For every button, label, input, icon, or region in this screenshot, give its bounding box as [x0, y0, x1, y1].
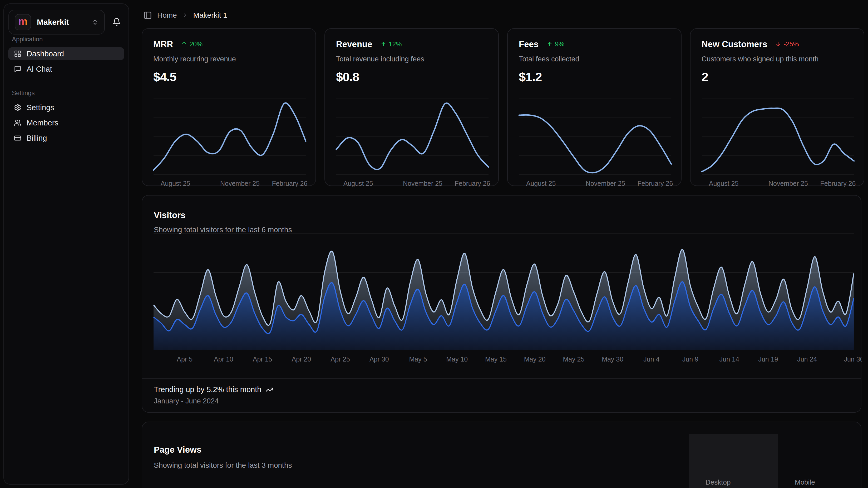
arrow-up-icon [380, 41, 386, 47]
svg-text:Apr 20: Apr 20 [292, 355, 311, 363]
visitors-card: Visitors Showing total visitors for the … [142, 195, 861, 413]
svg-text:February 26: February 26 [638, 180, 673, 186]
sidebar-item-label: AI Chat [27, 65, 52, 74]
svg-text:Jun 30: Jun 30 [844, 355, 862, 363]
arrow-up-icon [181, 41, 187, 47]
page-views-tab-mobile[interactable]: Mobile 25,010 [778, 434, 861, 488]
users-icon [14, 119, 21, 126]
svg-text:August 25: August 25 [526, 180, 556, 186]
page-views-mobile-label: Mobile [795, 478, 861, 486]
visitors-trend-text: Trending up by 5.2% this month [154, 385, 261, 394]
notifications-bell-icon[interactable] [113, 18, 121, 26]
svg-text:November 25: November 25 [586, 180, 625, 186]
svg-text:February 26: February 26 [820, 180, 856, 186]
svg-text:February 26: February 26 [272, 180, 308, 186]
stat-card-subtitle: Total fees collected [519, 55, 670, 63]
sidebar-item-settings[interactable]: Settings [8, 101, 124, 114]
stat-card-revenue: Revenue12%Total revenue including fees$0… [324, 28, 499, 186]
breadcrumb: Home Makerkit 1 [144, 10, 227, 21]
sidebar-item-ai-chat[interactable]: AI Chat [8, 62, 124, 76]
stat-card-header: Fees9%Total fees collected$1.2 [508, 29, 681, 84]
sidebar-item-label: Members [27, 119, 59, 127]
trending-up-icon [266, 386, 273, 394]
svg-text:August 25: August 25 [709, 180, 739, 186]
stat-card-subtitle: Monthly recurring revenue [153, 55, 304, 63]
arrow-up-icon [547, 41, 553, 47]
svg-text:August 25: August 25 [161, 180, 190, 186]
stat-card-subtitle: Total revenue including fees [336, 55, 487, 63]
svg-text:May 5: May 5 [409, 355, 427, 363]
gear-icon [14, 104, 21, 111]
brand-name: Makerkit [37, 18, 69, 27]
sidebar-item-label: Dashboard [27, 50, 64, 58]
chevron-right-icon [182, 12, 188, 18]
svg-text:Jun 14: Jun 14 [719, 355, 739, 363]
svg-text:November 25: November 25 [220, 180, 260, 186]
sidebar-item-members[interactable]: Members [8, 116, 124, 130]
nav-section-label-application: Application [8, 35, 124, 43]
visitors-subtitle: Showing total visitors for the last 6 mo… [154, 226, 849, 234]
chevrons-up-down-icon [92, 19, 98, 26]
svg-text:Jun 19: Jun 19 [758, 355, 778, 363]
stat-card-value: 2 [702, 69, 853, 84]
team-selector[interactable]: m Makerkit [8, 10, 105, 34]
svg-text:February 26: February 26 [455, 180, 490, 186]
svg-text:August 25: August 25 [343, 180, 373, 186]
sidebar-item-billing[interactable]: Billing [8, 132, 124, 145]
svg-text:May 30: May 30 [602, 355, 623, 363]
credit-card-icon [14, 134, 21, 142]
svg-text:Jun 24: Jun 24 [797, 355, 817, 363]
nav-section-label-settings: Settings [8, 89, 124, 97]
svg-text:May 20: May 20 [524, 355, 546, 363]
trend-badge: 9% [547, 40, 564, 48]
sidebar-nav: ApplicationDashboardAI ChatSettingsSetti… [8, 35, 124, 147]
sidebar: m Makerkit ApplicationDashboardAI ChatSe… [3, 3, 129, 485]
svg-text:Apr 5: Apr 5 [177, 355, 192, 363]
makerkit-logo-letter: m [18, 16, 28, 27]
svg-text:November 25: November 25 [769, 180, 808, 186]
svg-text:Apr 30: Apr 30 [370, 355, 389, 363]
svg-text:Jun 9: Jun 9 [682, 355, 699, 363]
page-views-title: Page Views [154, 445, 292, 455]
breadcrumb-current: Makerkit 1 [193, 11, 227, 20]
panel-left-icon[interactable] [144, 11, 152, 20]
visitors-title: Visitors [154, 210, 849, 220]
stat-card-value: $4.5 [153, 69, 304, 84]
svg-text:Apr 25: Apr 25 [331, 355, 350, 363]
visitors-footer: Trending up by 5.2% this month January -… [142, 378, 861, 412]
layout-grid-icon [14, 50, 21, 57]
stat-card-new-customers: New Customers-25%Customers who signed up… [690, 28, 864, 186]
page-views-subtitle: Showing total visitors for the last 3 mo… [154, 461, 292, 469]
makerkit-logo: m [15, 14, 31, 30]
trend-change: 12% [389, 40, 402, 48]
stat-card-value: $1.2 [519, 69, 670, 84]
trend-badge: 12% [380, 40, 402, 48]
stat-card-header: Revenue12%Total revenue including fees$0… [325, 29, 498, 84]
svg-text:May 15: May 15 [485, 355, 507, 363]
stat-card-mrr: MRR20%Monthly recurring revenue$4.5Augus… [142, 28, 316, 186]
svg-text:November 25: November 25 [403, 180, 442, 186]
visitors-trend-line: Trending up by 5.2% this month [154, 385, 849, 394]
stat-card-value: $0.8 [336, 69, 487, 84]
arrow-down-icon [775, 41, 781, 47]
trend-badge: 20% [181, 40, 203, 48]
sidebar-item-dashboard[interactable]: Dashboard [8, 47, 124, 60]
stat-card-title: MRR [153, 39, 173, 49]
trend-change: 20% [189, 40, 203, 48]
stat-card-header: New Customers-25%Customers who signed up… [690, 29, 864, 84]
svg-text:Jun 4: Jun 4 [643, 355, 659, 363]
visitors-header: Visitors Showing total visitors for the … [142, 196, 861, 234]
visitors-date-range: January - June 2024 [154, 397, 849, 405]
trend-badge: -25% [775, 40, 799, 48]
page-views-desktop-label: Desktop [706, 478, 778, 486]
stat-card-title: Revenue [336, 39, 372, 49]
page-views-tab-desktop[interactable]: Desktop 24,828 [689, 434, 778, 488]
svg-text:May 10: May 10 [446, 355, 468, 363]
svg-text:May 25: May 25 [563, 355, 584, 363]
trend-change: -25% [783, 40, 799, 48]
stat-card-header: MRR20%Monthly recurring revenue$4.5 [142, 29, 315, 84]
breadcrumb-home[interactable]: Home [157, 11, 177, 20]
stat-card-title: New Customers [702, 39, 767, 49]
sidebar-item-label: Settings [27, 103, 54, 112]
page-views-header: Page Views Showing total visitors for th… [154, 445, 292, 469]
